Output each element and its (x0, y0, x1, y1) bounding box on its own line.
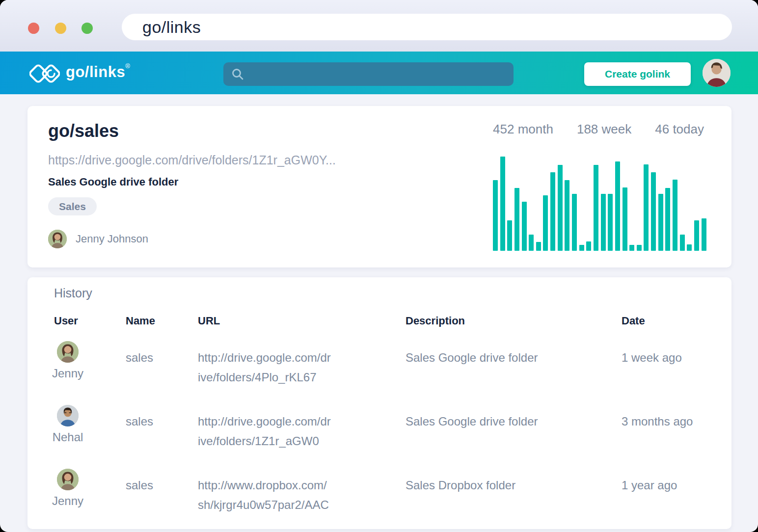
usage-bar (623, 187, 627, 251)
usage-bar (694, 220, 699, 251)
usage-bar (658, 194, 663, 251)
usage-bar (493, 180, 498, 251)
table-row[interactable]: Nehal sales http://drive.google.com/driv… (27, 405, 731, 451)
usage-bar (572, 194, 577, 251)
table-row[interactable]: Jenny sales http://drive.google.com/driv… (27, 341, 731, 387)
golink-detail-card: go/sales https://drive.google.com/drive/… (27, 106, 731, 267)
user-avatar (57, 405, 79, 426)
date-cell: 1 year ago (622, 469, 731, 495)
user-avatar-image (57, 405, 79, 426)
usage-bar (680, 235, 685, 251)
usage-bar (586, 241, 591, 251)
browser-chrome: go/links (0, 0, 758, 52)
header-search-input[interactable] (223, 62, 514, 86)
user-avatar-image (57, 341, 79, 363)
url-cell[interactable]: http://drive.google.com/drive/folders/1Z… (198, 405, 332, 451)
usage-bar (651, 172, 656, 251)
stat-today: 46 today (655, 122, 704, 137)
usage-bar (529, 235, 534, 251)
usage-bar (543, 195, 548, 251)
usage-bar (702, 218, 706, 251)
description-cell: Sales Google drive folder (406, 405, 622, 431)
owner-avatar (48, 230, 67, 248)
name-cell: sales (126, 405, 198, 431)
user-name: Nehal (53, 430, 83, 444)
stat-month: 452 month (493, 122, 553, 137)
column-header-date: Date (622, 315, 731, 327)
usage-stats: 452 month 188 week 46 today (493, 122, 704, 137)
stat-week: 188 week (577, 122, 631, 137)
date-cell: 3 months ago (622, 405, 731, 431)
usage-bar (565, 180, 569, 251)
usage-bar (637, 245, 642, 251)
history-table-header: User Name URL Description Date (27, 315, 731, 327)
usage-bar (601, 194, 606, 251)
usage-bar (536, 242, 541, 251)
golinks-logo[interactable]: go/links ® (29, 60, 130, 86)
name-cell: sales (126, 469, 198, 495)
maximize-window-button[interactable] (81, 23, 93, 34)
date-cell: 1 week ago (622, 341, 731, 368)
close-window-button[interactable] (28, 23, 39, 34)
user-cell: Nehal (51, 405, 84, 444)
usage-bar (500, 157, 505, 251)
user-name: Jenny (52, 494, 83, 508)
app-header: go/links ® Create golink (0, 52, 758, 94)
profile-avatar-image (703, 59, 731, 87)
search-icon (231, 68, 244, 80)
usage-bar (665, 188, 670, 251)
column-header-user: User (54, 315, 126, 327)
user-avatar (57, 341, 79, 363)
usage-bar (514, 188, 519, 251)
history-card: History User Name URL Description Date J… (27, 277, 731, 529)
usage-bar (644, 164, 649, 251)
name-cell: sales (126, 341, 198, 368)
usage-bar (629, 245, 634, 251)
column-header-description: Description (406, 315, 622, 327)
tag-badge[interactable]: Sales (48, 197, 97, 215)
golink-destination-url[interactable]: https://drive.google.com/drive/folders/1… (48, 153, 336, 167)
registered-mark: ® (125, 62, 130, 70)
usage-bar (558, 165, 563, 251)
user-cell: Jenny (51, 469, 84, 508)
url-cell[interactable]: http://www.dropbox.com/sh/kjrgr4u0w57par… (198, 469, 332, 515)
usage-bar (687, 244, 692, 251)
address-bar[interactable]: go/links (122, 14, 732, 40)
usage-bar (615, 161, 620, 251)
golink-owner: Jenny Johnson (48, 230, 148, 248)
usage-bar (522, 202, 527, 251)
user-avatar (57, 469, 79, 490)
column-header-name: Name (126, 315, 198, 327)
description-cell: Sales Dropbox folder (406, 469, 622, 495)
golink-title: go/sales (48, 121, 119, 141)
user-name: Jenny (52, 367, 83, 380)
usage-bar (579, 245, 584, 251)
profile-avatar[interactable] (703, 59, 731, 87)
column-header-url: URL (198, 315, 406, 327)
user-avatar-image (57, 469, 79, 490)
table-row[interactable]: Jenny sales http://www.dropbox.com/sh/kj… (27, 469, 731, 515)
usage-bar (507, 220, 512, 251)
minimize-window-button[interactable] (55, 23, 66, 34)
usage-bar (673, 180, 677, 251)
usage-bar-chart (493, 156, 707, 251)
owner-name: Jenny Johnson (76, 233, 148, 245)
usage-bar (608, 194, 613, 251)
golinks-logo-icon (29, 62, 60, 86)
create-golink-button[interactable]: Create golink (584, 62, 691, 86)
usage-bar (550, 172, 555, 251)
logo-wordmark: go/links (66, 63, 125, 81)
user-cell: Jenny (51, 341, 84, 380)
browser-window: go/links go/links ® Create golink (0, 0, 758, 532)
usage-bar (594, 165, 598, 251)
url-cell[interactable]: http://drive.google.com/drive/folders/4P… (198, 341, 332, 387)
golink-description: Sales Google drive folder (48, 176, 178, 188)
address-bar-text: go/links (142, 18, 201, 37)
history-title: History (54, 286, 92, 300)
owner-avatar-image (48, 230, 67, 248)
description-cell: Sales Google drive folder (406, 341, 622, 368)
